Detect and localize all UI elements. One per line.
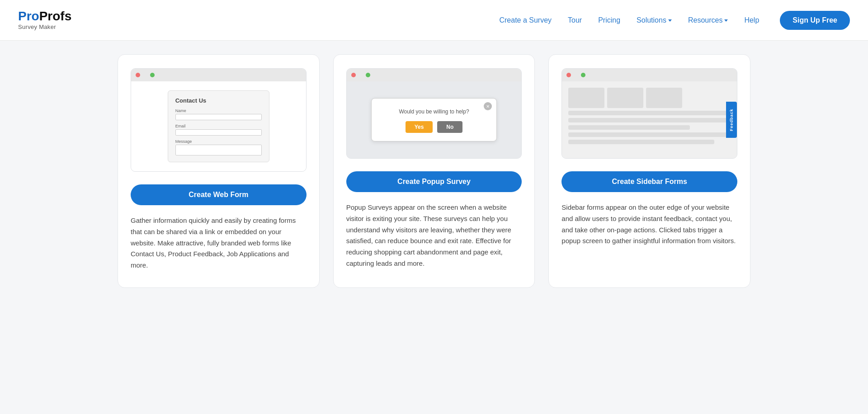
window-bar-sidebar [562,69,737,81]
nav-help[interactable]: Help [744,16,759,24]
form-message-label: Message [175,139,262,144]
sidebar-block-img2 [607,88,643,108]
sidebar-row-6 [568,140,731,144]
contact-form-preview: Contact Us Name Email Message [168,90,269,162]
sidebar-forms-preview-window: Feedback [561,68,737,159]
form-preview-title: Contact Us [175,97,262,104]
sidebar-window-body: Feedback [562,81,737,158]
sidebar-block-line3 [568,125,690,130]
popup-box: ✕ Would you be willing to help? Yes No [371,98,497,141]
sidebar-row-1 [568,88,731,108]
cards-grid: Contact Us Name Email Message Create Web… [118,54,750,288]
sidebar-block-img3 [646,88,682,108]
popup-survey-card: ✕ Would you be willing to help? Yes No C… [333,54,535,288]
nav-resources[interactable]: Resources [688,16,728,24]
nav-pricing[interactable]: Pricing [598,16,620,24]
popup-question-text: Would you be willing to help? [382,108,486,115]
dot-red-icon [136,73,140,77]
sidebar-block-line4 [568,132,731,137]
header: ProProfs Survey Maker Create a Survey To… [0,0,868,41]
sidebar-row-5 [568,132,731,137]
logo-subtitle: Survey Maker [18,24,56,30]
sidebar-block-line2 [568,118,731,122]
sidebar-forms-card: Feedback Create Sidebar Forms Sidebar fo… [548,54,750,288]
logo-pro: Pro [18,9,39,23]
web-form-description: Gather information quickly and easily by… [131,215,307,271]
nav-create-survey[interactable]: Create a Survey [499,16,552,24]
sidebar-row-2 [568,111,731,115]
sidebar-row-3 [568,118,731,122]
form-email-label: Email [175,124,262,128]
form-message-textarea-mock [175,145,262,155]
web-form-window-body: Contact Us Name Email Message [131,81,306,171]
dot-red-icon [566,73,571,77]
create-web-form-button[interactable]: Create Web Form [131,184,307,205]
form-name-label: Name [175,108,262,113]
dot-green-icon [366,73,370,77]
popup-yes-button[interactable]: Yes [406,121,433,133]
web-form-preview-window: Contact Us Name Email Message [131,68,307,172]
main-content: Contact Us Name Email Message Create Web… [0,41,868,414]
solutions-chevron-icon [668,19,672,22]
sidebar-row-4 [568,125,731,130]
dot-red-icon [351,73,356,77]
logo-profs: Profs [39,9,72,23]
form-name-input-mock [175,114,262,120]
main-nav: Create a Survey Tour Pricing Solutions R… [499,11,850,30]
logo: ProProfs Survey Maker [18,10,71,30]
popup-no-button[interactable]: No [437,121,462,133]
create-popup-survey-button[interactable]: Create Popup Survey [346,171,522,192]
web-form-card: Contact Us Name Email Message Create Web… [118,54,320,288]
window-bar [131,69,306,81]
signup-button[interactable]: Sign Up Free [780,11,850,30]
dot-green-icon [150,73,155,77]
sidebar-content-mock [568,88,731,144]
sidebar-block-img1 [568,88,604,108]
nav-solutions[interactable]: Solutions [637,16,672,24]
sidebar-feedback-tab[interactable]: Feedback [726,102,737,138]
popup-buttons: Yes No [382,121,486,133]
popup-window-body: ✕ Would you be willing to help? Yes No [347,81,522,158]
resources-chevron-icon [724,19,728,22]
sidebar-block-line1 [568,111,731,115]
popup-survey-preview-window: ✕ Would you be willing to help? Yes No [346,68,522,159]
create-sidebar-forms-button[interactable]: Create Sidebar Forms [561,171,737,192]
popup-close-icon[interactable]: ✕ [484,102,492,110]
form-email-input-mock [175,129,262,136]
sidebar-forms-description: Sidebar forms appear on the outer edge o… [561,202,737,247]
nav-tour[interactable]: Tour [568,16,582,24]
dot-green-icon [581,73,585,77]
popup-survey-description: Popup Surveys appear on the screen when … [346,202,522,269]
window-bar-popup [347,69,522,81]
sidebar-block-line5 [568,140,714,144]
